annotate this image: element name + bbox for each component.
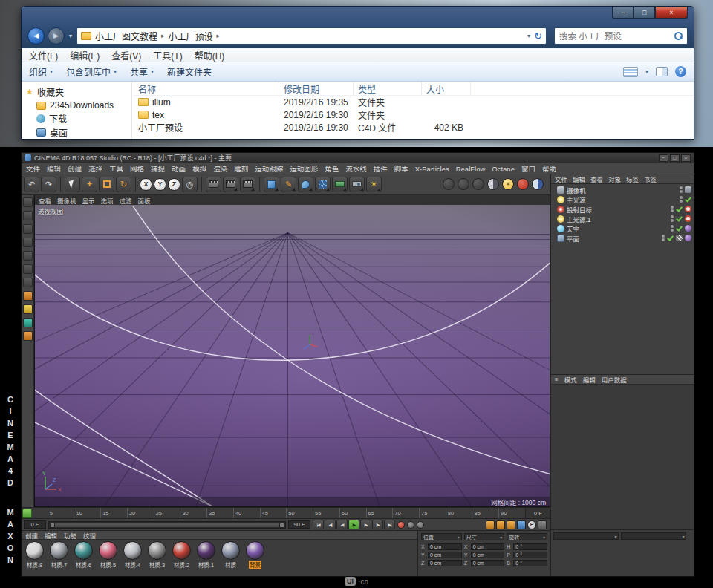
material-preview-sphere[interactable] [50,541,68,560]
material-preview-sphere[interactable] [99,541,117,560]
position-field[interactable]: 0 cm [428,543,462,550]
size-field[interactable]: 0 cm [471,560,505,566]
object-manager-menu-item[interactable]: 编辑 [573,174,585,183]
record-position-icon[interactable] [486,520,495,529]
material-menu-item[interactable]: 纹理 [83,531,96,540]
points-mode-icon[interactable] [23,251,33,261]
range-handle-left[interactable] [50,523,55,528]
autokey-button[interactable] [407,521,414,529]
back-button[interactable]: ◀ [27,27,45,45]
search-input[interactable] [559,31,674,40]
object-row[interactable]: 天空 [551,223,694,233]
menu-item[interactable]: 帮助(H) [195,49,225,62]
record-button[interactable] [397,521,405,529]
object-tag-icon[interactable] [676,215,683,222]
object-manager-menu-item[interactable]: 文件 [555,174,567,183]
lock-workplane-icon[interactable] [23,304,33,314]
light-object-icon[interactable]: ☀ [366,177,382,192]
make-editable-icon[interactable] [23,197,33,207]
viewport-menu-item[interactable]: 查看 [39,196,51,205]
polygons-mode-icon[interactable] [23,278,33,287]
visibility-dots[interactable] [680,186,683,193]
column-header[interactable]: 名称 [134,82,279,95]
position-field[interactable]: 0 cm [428,560,462,566]
material-swatch[interactable]: 材质.6 [72,541,95,569]
recent-pages-dropdown[interactable]: ▾ [69,33,72,39]
menu-item[interactable]: 编辑(E) [70,49,100,62]
attribute-tab[interactable]: 编辑 [583,375,596,384]
menu-item[interactable]: 动画 [172,163,186,174]
preview-range-slider[interactable] [48,521,286,529]
menu-item[interactable]: 捕捉 [151,163,165,174]
command-item[interactable]: 新建文件夹 ▾ [167,65,212,78]
command-item[interactable]: 共享 ▾ [130,65,154,78]
enable-axis-icon[interactable] [23,291,33,301]
menu-item[interactable]: RealFlow [456,165,486,173]
maximize-button[interactable]: □ [634,7,655,19]
rotation-field[interactable]: 0 ° [513,543,547,550]
object-tag-icon[interactable] [676,235,683,241]
file-row[interactable]: illum 2019/2/16 19:35 文件夹 [134,96,694,108]
object-tag-icon[interactable] [676,225,683,232]
live-selection-icon[interactable] [65,177,80,192]
command-item[interactable]: 包含到库中 ▾ [66,65,117,78]
material-preview-sphere[interactable] [221,541,240,560]
menu-item[interactable]: 创建 [68,163,82,174]
rotate-tool-icon[interactable]: ↻ [116,177,131,192]
forward-button[interactable]: ▶ [48,27,65,45]
refresh-icon[interactable]: ↻ [534,30,542,42]
floor-object-icon[interactable] [332,177,348,192]
material-swatch[interactable]: 材质 [219,541,242,569]
render-view-icon[interactable] [206,177,221,192]
object-manager-menu-item[interactable]: 标签 [626,174,639,183]
object-manager-menu-item[interactable]: 对象 [608,174,621,183]
material-preview-sphere[interactable] [172,541,191,560]
solo-hierarchy-icon[interactable] [472,178,484,190]
menu-item[interactable]: 编辑 [47,163,61,174]
visibility-dots[interactable] [680,196,683,203]
cube-primitive-icon[interactable] [264,177,279,192]
preview-pane-icon[interactable] [656,67,668,76]
menu-item[interactable]: 工具 [109,163,123,174]
material-preview-sphere[interactable] [25,541,44,560]
views-icon[interactable] [623,67,638,77]
file-row[interactable]: 小工厂预设 2019/2/16 19:30 C4D 文件 402 KB [134,121,694,134]
material-swatch[interactable]: 材质.7 [48,541,71,569]
spline-pen-icon[interactable]: ✎ [281,177,296,192]
axis-lock-button[interactable]: X [140,178,152,191]
menu-item[interactable]: 文件(F) [29,49,58,62]
material-preview-sphere[interactable] [148,541,166,560]
viewport-menu-item[interactable]: 显示 [82,196,95,205]
prev-key-button[interactable]: ◀| [325,520,336,529]
menu-item[interactable]: 工具(T) [153,49,182,62]
menu-item[interactable]: 窗口 [521,163,535,174]
model-mode-icon[interactable] [23,211,33,220]
material-preview-sphere[interactable] [246,541,264,560]
menu-item[interactable]: 插件 [374,163,388,174]
position-dropdown[interactable]: 位置▾ [421,533,462,540]
object-tag-icon[interactable] [685,186,691,193]
material-menu-item[interactable]: 功能 [64,531,76,540]
brightness-toggle-icon[interactable]: ☀ [502,178,514,190]
subdivision-surface-icon[interactable] [298,177,313,192]
minimize-button[interactable]: − [659,154,668,162]
viewport-menu-item[interactable]: 摄像机 [57,196,76,205]
coordinate-system-icon[interactable]: ◎ [182,177,198,192]
object-tag-icon[interactable] [676,206,683,212]
position-field[interactable]: 0 cm [428,552,462,558]
material-menu-item[interactable]: 编辑 [45,531,57,540]
rotation-field[interactable]: 0 ° [513,552,547,558]
axis-lock-button[interactable]: Z [168,178,180,191]
material-swatch[interactable]: 材质.4 [121,541,144,569]
object-tag-icon[interactable] [685,235,691,241]
material-swatch[interactable]: 材质.3 [146,541,169,569]
c4d-titlebar[interactable]: CINEMA 4D R18.057 Studio (RC - R18) - [小… [22,153,694,163]
object-tag-icon[interactable] [667,235,674,241]
record-rotation-icon[interactable] [507,520,515,529]
record-pla-icon[interactable]: P [527,520,536,529]
help-icon[interactable]: ? [675,66,686,77]
goto-start-button[interactable]: |◀ [313,520,324,529]
column-header[interactable]: 修改日期 [279,82,354,95]
attribute-tab[interactable]: 模式 [564,375,577,384]
reference-dropdown[interactable]: ▾ [553,532,619,540]
